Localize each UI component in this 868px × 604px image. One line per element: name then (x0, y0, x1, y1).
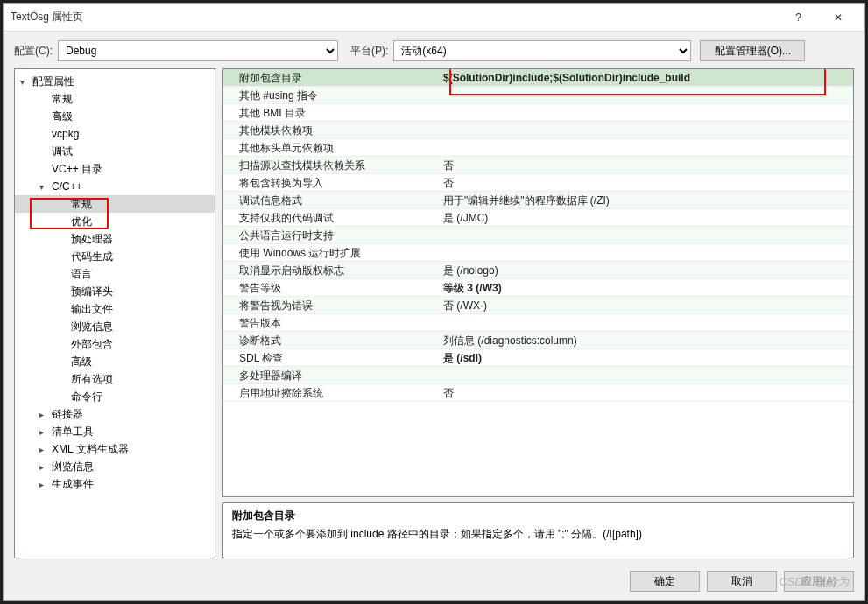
property-row[interactable]: 扫描源以查找模块依赖关系否 (223, 157, 853, 174)
apply-button[interactable]: 应用(A) (784, 571, 854, 592)
property-value[interactable] (438, 367, 853, 383)
tree-item[interactable]: VC++ 目录 (15, 160, 215, 178)
tree-pane[interactable]: ▾配置属性常规高级vcpkg调试VC++ 目录▾C/C++常规优化预处理器代码生… (14, 68, 215, 558)
property-value[interactable]: 用于"编辑并继续"的程序数据库 (/ZI) (438, 192, 853, 208)
tree-item[interactable]: ▸XML 文档生成器 (15, 440, 215, 458)
tree-item[interactable]: 输出文件 (15, 300, 215, 318)
property-row[interactable]: 将包含转换为导入否 (223, 174, 853, 192)
property-value[interactable]: 是 (/sdl) (438, 349, 853, 366)
platform-select[interactable]: 活动(x64) (393, 40, 691, 61)
property-row[interactable]: 公共语言运行时支持 (223, 227, 853, 244)
tree-item[interactable]: 预处理器 (15, 230, 215, 248)
chevron-right-icon[interactable]: ▸ (39, 445, 50, 454)
property-row[interactable]: 多处理器编译 (223, 367, 853, 384)
description-title: 附加包含目录 (232, 509, 844, 523)
property-value[interactable]: 是 (/JMC) (438, 209, 853, 226)
property-row[interactable]: 其他模块依赖项 (223, 122, 853, 139)
property-row[interactable]: 其他标头单元依赖项 (223, 139, 853, 157)
cancel-button[interactable]: 取消 (707, 571, 777, 592)
description-box: 附加包含目录 指定一个或多个要添加到 include 路径中的目录；如果指定多个… (222, 502, 854, 558)
property-name: 将包含转换为导入 (223, 174, 438, 191)
tree-item-label: 所有选项 (69, 372, 113, 387)
tree-item-label: 预处理器 (69, 232, 113, 247)
tree-item[interactable]: ▸生成事件 (15, 475, 215, 493)
chevron-right-icon[interactable]: ▸ (39, 480, 50, 489)
tree-item[interactable]: 语言 (15, 265, 215, 283)
tree-item[interactable]: 代码生成 (15, 248, 215, 265)
chevron-right-icon[interactable]: ▸ (39, 410, 50, 419)
tree-item[interactable]: 浏览信息 (15, 318, 215, 335)
property-name: 支持仅我的代码调试 (223, 209, 438, 226)
property-value[interactable]: 否 (438, 384, 853, 401)
tree-item-label: 输出文件 (69, 302, 113, 317)
property-name: 其他 #using 指令 (223, 87, 438, 103)
ok-button[interactable]: 确定 (630, 571, 700, 592)
dialog-window: TextOsg 属性页 ? ✕ 配置(C): Debug 平台(P): 活动(x… (3, 3, 865, 601)
property-value[interactable]: 否 (438, 157, 853, 173)
property-value[interactable]: 是 (/nologo) (438, 262, 853, 278)
property-row[interactable]: 诊断格式列信息 (/diagnostics:column) (223, 332, 853, 349)
tree-item[interactable]: ▾C/C++ (15, 178, 215, 195)
tree-item[interactable]: 预编译头 (15, 283, 215, 300)
property-row[interactable]: 警告版本 (223, 314, 853, 332)
tree-item[interactable]: ▾配置属性 (15, 73, 215, 90)
property-row[interactable]: 将警告视为错误否 (/WX-) (223, 297, 853, 314)
tree-item[interactable]: ▸清单工具 (15, 423, 215, 440)
property-row[interactable]: 其他 #using 指令 (223, 87, 853, 104)
property-value[interactable]: 否 (438, 174, 853, 191)
tree-item-label: 外部包含 (69, 337, 113, 352)
property-value[interactable]: 列信息 (/diagnostics:column) (438, 332, 853, 348)
tree-item[interactable]: 所有选项 (15, 370, 215, 388)
property-row[interactable]: SDL 检查是 (/sdl) (223, 349, 853, 367)
property-row[interactable]: 附加包含目录$(SolutionDir)include;$(SolutionDi… (223, 69, 853, 87)
property-value[interactable] (438, 139, 853, 156)
property-value[interactable]: 否 (/WX-) (438, 297, 853, 313)
help-button[interactable]: ? (779, 4, 818, 31)
tree-item[interactable]: 命令行 (15, 388, 215, 405)
tree-item[interactable]: 外部包含 (15, 335, 215, 353)
tree-item-label: 配置属性 (31, 74, 74, 89)
property-value[interactable] (438, 104, 853, 121)
config-select[interactable]: Debug (58, 40, 338, 61)
property-row[interactable]: 警告等级等级 3 (/W3) (223, 279, 853, 297)
config-manager-button[interactable]: 配置管理器(O)... (700, 40, 805, 61)
property-row[interactable]: 调试信息格式用于"编辑并继续"的程序数据库 (/ZI) (223, 192, 853, 209)
property-value[interactable] (438, 227, 853, 243)
tree-item[interactable]: 优化 (15, 213, 215, 230)
tree-item[interactable]: ▸链接器 (15, 405, 215, 423)
tree-item[interactable]: 高级 (15, 108, 215, 125)
property-row[interactable]: 其他 BMI 目录 (223, 104, 853, 122)
chevron-down-icon[interactable]: ▾ (39, 182, 50, 192)
tree-item[interactable]: 高级 (15, 353, 215, 370)
property-value[interactable] (438, 244, 853, 261)
property-row[interactable]: 启用地址擦除系统否 (223, 384, 853, 402)
tree-item-label: 常规 (50, 92, 73, 107)
property-name: 其他模块依赖项 (223, 122, 438, 138)
property-name: 将警告视为错误 (223, 297, 438, 313)
chevron-right-icon[interactable]: ▸ (39, 462, 50, 472)
property-value[interactable] (438, 87, 853, 103)
close-button[interactable]: ✕ (818, 4, 857, 31)
property-value[interactable] (438, 314, 853, 331)
property-name: 公共语言运行时支持 (223, 227, 438, 243)
tree-item[interactable]: 调试 (15, 143, 215, 160)
chevron-down-icon[interactable]: ▾ (20, 77, 31, 87)
main-area: ▾配置属性常规高级vcpkg调试VC++ 目录▾C/C++常规优化预处理器代码生… (4, 68, 864, 565)
chevron-right-icon[interactable]: ▸ (39, 427, 50, 437)
tree-item[interactable]: ▸浏览信息 (15, 458, 215, 475)
tree-item-label: 语言 (69, 267, 92, 282)
property-value[interactable]: 等级 3 (/W3) (438, 279, 853, 296)
property-row[interactable]: 取消显示启动版权标志是 (/nologo) (223, 262, 853, 279)
property-grid[interactable]: 附加包含目录$(SolutionDir)include;$(SolutionDi… (222, 68, 854, 497)
tree-item-label: 高级 (69, 355, 92, 369)
tree-item[interactable]: 常规 (15, 195, 215, 213)
property-row[interactable]: 使用 Windows 运行时扩展 (223, 244, 853, 262)
property-name: 使用 Windows 运行时扩展 (223, 244, 438, 261)
property-value[interactable] (438, 122, 853, 138)
tree-item[interactable]: vcpkg (15, 125, 215, 143)
tree-item[interactable]: 常规 (15, 90, 215, 108)
tree-item-label: 浏览信息 (50, 460, 94, 474)
property-value[interactable]: $(SolutionDir)include;$(SolutionDir)incl… (438, 69, 853, 86)
property-row[interactable]: 支持仅我的代码调试是 (/JMC) (223, 209, 853, 227)
tree-item-label: 预编译头 (69, 284, 113, 299)
